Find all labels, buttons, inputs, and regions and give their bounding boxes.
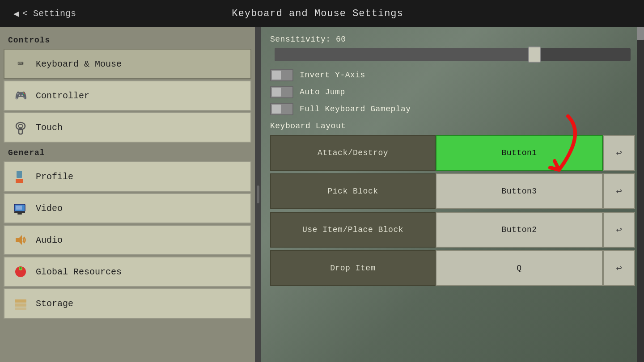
reset-icon: ↩ — [616, 147, 622, 159]
right-content: Sensitivity: 60 Invert Y-Axis Auto Jump … — [261, 27, 644, 362]
keybind-key-use-item[interactable]: Button2 — [436, 212, 603, 248]
keybind-action-pick-block: Pick Block — [270, 173, 436, 209]
svg-point-1 — [18, 124, 23, 128]
full-keyboard-label: Full Keyboard Gameplay — [300, 105, 411, 114]
sidebar-item-label: Video — [36, 203, 63, 214]
keybind-row-attack-destroy: Attack/Destroy Button1 ↩ — [270, 135, 635, 171]
keybind-reset-use-item[interactable]: ↩ — [603, 212, 635, 248]
controller-icon: 🎮 — [13, 88, 29, 104]
keyboard-layout-title: Keyboard Layout — [270, 122, 635, 130]
keybind-reset-pick-block[interactable]: ↩ — [603, 173, 635, 209]
sidebar-item-label: Profile — [36, 172, 73, 182]
sidebar-item-controller[interactable]: 🎮 Controller — [4, 80, 251, 111]
keybind-reset-drop-item[interactable]: ↩ — [603, 250, 635, 286]
svg-rect-4 — [16, 179, 23, 183]
toggle-row-auto-jump: Auto Jump — [270, 86, 635, 98]
sidebar-item-label: Global Resources — [36, 267, 122, 277]
separator-handle — [257, 185, 259, 203]
sensitivity-slider[interactable] — [270, 48, 635, 61]
reset-icon: ↩ — [616, 262, 622, 274]
auto-jump-label: Auto Jump — [300, 88, 345, 97]
sidebar-item-label: Touch — [36, 122, 63, 133]
keybind-reset-attack-destroy[interactable]: ↩ — [603, 135, 635, 171]
main-content: Controls ⌨ Keyboard & Mouse 🎮 Controller… — [0, 27, 644, 362]
keyboard-mouse-icon: ⌨ — [13, 56, 29, 72]
sidebar-item-label: Controller — [36, 91, 89, 101]
controls-section-title: Controls — [0, 31, 255, 47]
auto-jump-toggle[interactable] — [270, 86, 293, 98]
svg-rect-14 — [15, 299, 26, 303]
invert-y-toggle[interactable] — [270, 69, 293, 81]
slider-track[interactable] — [275, 48, 631, 61]
keybind-action-use-item: Use Item/Place Block — [270, 212, 436, 248]
sidebar-item-touch[interactable]: Touch — [4, 112, 251, 143]
back-icon: ◀ — [13, 8, 19, 19]
keybind-row-use-item: Use Item/Place Block Button2 ↩ — [270, 212, 635, 248]
svg-marker-9 — [16, 235, 22, 245]
right-scrollbar[interactable] — [637, 27, 644, 362]
keybind-action-attack-destroy: Attack/Destroy — [270, 135, 436, 171]
global-resources-icon — [13, 264, 29, 280]
sidebar-item-label: Audio — [36, 235, 63, 245]
sidebar-item-label: Storage — [36, 299, 73, 309]
touch-icon — [13, 119, 29, 135]
sensitivity-label: Sensitivity: 60 — [270, 35, 635, 44]
back-label: < Settings — [22, 8, 76, 19]
svg-rect-13 — [20, 267, 21, 269]
scrollbar-thumb[interactable] — [637, 27, 644, 40]
profile-icon — [13, 168, 29, 185]
svg-rect-8 — [16, 206, 22, 210]
svg-rect-15 — [15, 303, 26, 307]
invert-y-label: Invert Y-Axis — [300, 71, 365, 80]
sidebar-item-video[interactable]: Video — [4, 193, 251, 223]
reset-icon: ↩ — [616, 185, 622, 198]
sidebar-item-storage[interactable]: Storage — [4, 288, 251, 319]
sidebar-separator — [255, 27, 261, 362]
toggle-row-invert-y: Invert Y-Axis — [270, 69, 635, 81]
keybind-key-attack-destroy[interactable]: Button1 — [436, 135, 603, 171]
svg-rect-6 — [14, 211, 25, 213]
slider-thumb[interactable] — [528, 46, 541, 63]
sidebar-item-label: Keyboard & Mouse — [36, 59, 122, 69]
general-section-title: General — [0, 144, 255, 160]
svg-rect-7 — [17, 213, 22, 215]
sidebar-item-profile[interactable]: Profile — [4, 161, 251, 192]
keybind-key-drop-item[interactable]: Q — [436, 250, 603, 286]
keybind-key-pick-block[interactable]: Button3 — [436, 173, 603, 209]
svg-rect-16 — [15, 307, 26, 310]
right-panel: Sensitivity: 60 Invert Y-Axis Auto Jump … — [261, 27, 644, 362]
sidebar-item-audio[interactable]: Audio — [4, 225, 251, 255]
reset-icon: ↩ — [616, 224, 622, 236]
storage-icon — [13, 295, 29, 311]
full-keyboard-toggle[interactable] — [270, 103, 293, 115]
keybind-action-drop-item: Drop Item — [270, 250, 436, 286]
svg-rect-3 — [17, 171, 22, 178]
slider-fill — [275, 48, 534, 61]
back-button[interactable]: ◀ < Settings — [13, 8, 76, 19]
audio-icon — [13, 232, 29, 248]
keybind-row-drop-item: Drop Item Q ↩ — [270, 250, 635, 286]
sidebar: Controls ⌨ Keyboard & Mouse 🎮 Controller… — [0, 27, 255, 362]
sidebar-item-keyboard-mouse[interactable]: ⌨ Keyboard & Mouse — [4, 49, 251, 79]
toggle-row-full-keyboard: Full Keyboard Gameplay — [270, 103, 635, 115]
keybind-row-pick-block: Pick Block Button3 ↩ — [270, 173, 635, 209]
page-title: Keyboard and Mouse Settings — [232, 8, 403, 19]
sidebar-item-global-resources[interactable]: Global Resources — [4, 257, 251, 287]
header: ◀ < Settings Keyboard and Mouse Settings — [0, 0, 644, 27]
video-icon — [13, 200, 29, 216]
